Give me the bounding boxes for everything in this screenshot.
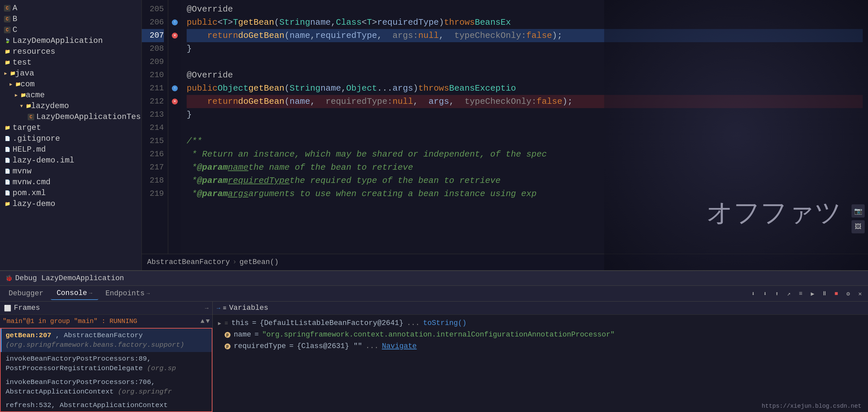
folder-icon: 📁	[4, 201, 10, 207]
sidebar-item-target[interactable]: 📁 target	[0, 122, 142, 133]
pause-btn[interactable]: ⏸	[819, 288, 830, 299]
sidebar-item-pom[interactable]: 📄 pom.xml	[0, 188, 142, 198]
var-value-name: "org.springframework.context.annotation.…	[262, 330, 615, 339]
stop-btn[interactable]: ■	[831, 288, 842, 299]
folder-icon: ▶ 📁	[7, 70, 13, 77]
gutter-icon-warning-206: ↑	[172, 20, 178, 25]
folder-icon: ▶ 📁	[17, 92, 24, 99]
var-tostring-this[interactable]: toString()	[423, 319, 467, 327]
file-icon: 📄	[4, 179, 10, 186]
class-icon-C: C	[4, 27, 10, 33]
var-item-name[interactable]: ▶ p name = "org.springframework.context.…	[213, 329, 868, 341]
file-icon: 📄	[4, 146, 10, 153]
folder-icon: ▼ 📁	[23, 103, 29, 109]
debug-title: Debug LazyDemoApplication	[15, 274, 124, 282]
frame-item-4[interactable]: refresh:532, AbstractApplicationContext …	[1, 399, 212, 411]
sidebar-item-acme[interactable]: ▶ 📁 acme	[0, 90, 142, 100]
code-editor-area: 205 206 207 208 209 210 211 212 213 214 …	[142, 0, 868, 270]
endpoints-arrow: →	[147, 291, 150, 297]
var-value-requiredType: {Class@2631} ""	[297, 342, 362, 350]
sidebar-item-com[interactable]: ▶ 📁 com	[0, 79, 142, 90]
var-item-requiredType[interactable]: ▶ p requiredType = {Class@2631} "" ... N…	[213, 341, 868, 352]
variables-panel: → ≡ Variables ▶ ≡ this = {DefaultListabl…	[213, 302, 868, 412]
resume-btn[interactable]: ▶	[807, 288, 818, 299]
thread-up-icon: ▲	[200, 317, 205, 325]
frame-item-1[interactable]: getBean:207 , AbstractBeanFactory (org.s…	[1, 328, 212, 352]
tab-endpoints[interactable]: Endpoints →	[100, 287, 156, 299]
debug-toolbar: ⬇ ⬇ ⬆ ↗ ≡ ▶ ⏸ ■ ⚙ ✕	[748, 288, 865, 299]
gutter-icon-error-207: ✕	[172, 33, 178, 38]
project-sidebar: C A C B C C 🍃 LazyDemoApplication 📁 reso…	[0, 0, 142, 270]
var-value-this: {DefaultListableBeanFactory@2641}	[259, 319, 403, 327]
class-icon-A: C	[4, 5, 10, 11]
website-url: https://xiejun.blog.csdn.net	[762, 403, 861, 409]
step-out-btn[interactable]: ⬆	[772, 288, 782, 299]
sidebar-item-LazyDemoApplication[interactable]: 🍃 LazyDemoApplication	[0, 35, 142, 46]
sidebar-item-HELP[interactable]: 📄 HELP.md	[0, 144, 142, 155]
folder-icon: 📁	[4, 59, 10, 66]
tab-debugger[interactable]: Debugger	[3, 287, 50, 299]
breadcrumb-method: getBean()	[240, 258, 279, 266]
sidebar-item-java[interactable]: ▶ 📁 java	[0, 68, 142, 79]
settings-btn[interactable]: ⚙	[843, 288, 854, 299]
thread-down-icon: ▼	[206, 317, 210, 325]
main-layout: C A C B C C 🍃 LazyDemoApplication 📁 reso…	[0, 0, 868, 412]
debug-title-bar: 🐞 Debug LazyDemoApplication	[0, 271, 868, 286]
sidebar-item-C[interactable]: C C	[0, 24, 142, 35]
sidebar-item-mvnw[interactable]: 📄 mvnw	[0, 166, 142, 177]
frame-item-2[interactable]: invokeBeanFactoryPostProcessors:89, Post…	[1, 352, 212, 375]
console-arrow: →	[89, 290, 92, 296]
frames-list: getBean:207 , AbstractBeanFactory (org.s…	[1, 328, 212, 411]
thread-arrows: ▲ ▼	[200, 317, 210, 325]
file-icon: 📄	[4, 157, 10, 164]
breadcrumb-separator: ›	[232, 258, 237, 266]
jp-text: オフファツ	[706, 195, 842, 231]
thread-name: "main"@1 in group "main" : RUNNING	[3, 317, 137, 325]
var-navigate-requiredType[interactable]: Navigate	[382, 342, 417, 350]
folder-icon: 📁	[4, 49, 10, 55]
evaluate-btn[interactable]: ≡	[796, 288, 806, 299]
debug-panel: 🐞 Debug LazyDemoApplication Debugger Con…	[0, 270, 868, 412]
frames-header: ⬜ Frames →	[0, 302, 212, 315]
folder-icon: 📁	[4, 125, 10, 131]
gutter-icon-error-212: ✕	[172, 99, 178, 104]
breadcrumb-parent: AbstractBeanFactory	[147, 258, 230, 266]
variables-title: Variables	[229, 304, 269, 312]
var-item-this[interactable]: ▶ ≡ this = {DefaultListableBeanFactory@2…	[213, 317, 868, 329]
gutter-icon-warning-211: ↑	[172, 85, 178, 91]
var-icon-requiredType: p	[225, 343, 230, 349]
file-icon: 📄	[4, 135, 10, 142]
sidebar-item-resources[interactable]: 📁 resources	[0, 46, 142, 57]
tab-console[interactable]: Console →	[51, 287, 98, 300]
thread-bar: "main"@1 in group "main" : RUNNING ▲ ▼	[0, 315, 212, 328]
close-btn[interactable]: ✕	[855, 288, 865, 299]
sidebar-item-test[interactable]: 📁 test	[0, 57, 142, 68]
sidebar-item-B[interactable]: C B	[0, 13, 142, 24]
variables-list: ▶ ≡ this = {DefaultListableBeanFactory@2…	[213, 315, 868, 412]
sidebar-item-lazy-demo-root[interactable]: 📁 lazy-demo	[0, 198, 142, 209]
folder-icon: ▶ 📁	[12, 81, 19, 88]
sidebar-item-A[interactable]: C A	[0, 3, 142, 13]
file-icon: 📄	[4, 190, 10, 196]
debug-icon: 🐞	[5, 275, 12, 282]
class-icon-tests: C	[28, 114, 34, 120]
var-extra-this: ...	[407, 319, 420, 327]
sidebar-item-lazydemo[interactable]: ▼ 📁 lazydemo	[0, 100, 142, 112]
step-over-btn[interactable]: ⬇	[748, 288, 758, 299]
file-icon: 📄	[4, 168, 10, 175]
class-icon-B: C	[4, 16, 10, 23]
frame-item-3[interactable]: invokeBeanFactoryPostProcessors:706, Abs…	[1, 375, 212, 399]
sidebar-item-iml[interactable]: 📄 lazy-demo.iml	[0, 155, 142, 166]
frames-panel: ⬜ Frames → "main"@1 in group "main" : RU…	[0, 302, 213, 412]
step-into-btn[interactable]: ⬇	[760, 288, 770, 299]
debug-tabs: Debugger Console → Endpoints → ⬇ ⬇ ⬆ ↗ ≡…	[0, 286, 868, 302]
run-to-cursor-btn[interactable]: ↗	[783, 288, 794, 299]
sidebar-item-mvnw-cmd[interactable]: 📄 mvnw.cmd	[0, 177, 142, 188]
frames-title: Frames	[14, 304, 40, 312]
frames-highlight-box: getBean:207 , AbstractBeanFactory (org.s…	[0, 328, 212, 412]
sidebar-item-gitignore[interactable]: 📄 .gitignore	[0, 133, 142, 144]
var-expand-this[interactable]: ▶	[218, 320, 221, 327]
sidebar-item-LazyDemoApplicationTests[interactable]: C LazyDemoApplicationTests	[0, 112, 142, 122]
gutter: ↑ ✕ ↑ ✕	[168, 0, 181, 254]
variables-header: → ≡ Variables	[213, 302, 868, 315]
